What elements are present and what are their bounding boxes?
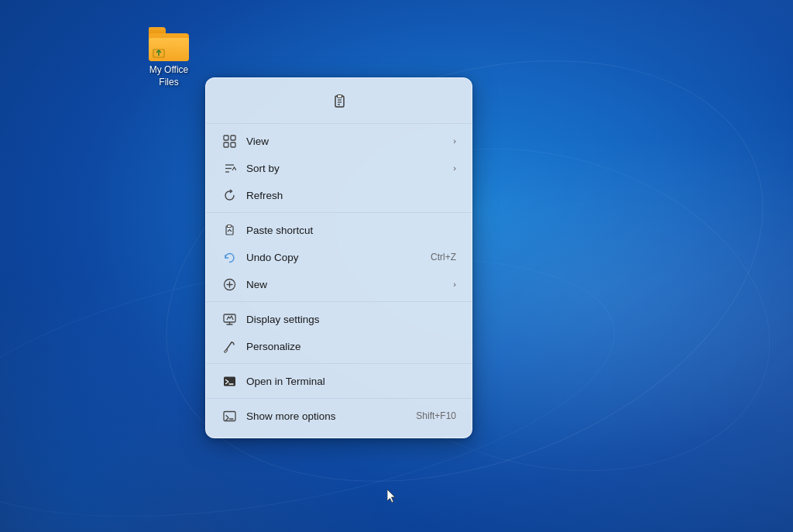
svg-rect-24 xyxy=(224,376,235,386)
new-icon xyxy=(221,276,237,292)
menu-section-3: Display settings Personalize xyxy=(206,302,472,364)
show-more-options-icon xyxy=(221,408,237,424)
svg-rect-23 xyxy=(224,349,227,352)
menu-item-sort-by[interactable]: Sort by › xyxy=(209,155,469,181)
context-menu-top-row xyxy=(206,83,472,124)
menu-item-display-settings[interactable]: Display settings xyxy=(209,306,469,332)
context-menu: View › Sort by › Refresh xyxy=(205,77,472,438)
new-chevron: › xyxy=(453,280,456,289)
menu-item-paste-shortcut[interactable]: Paste shortcut xyxy=(209,217,469,243)
desktop-icon-my-office-files[interactable]: My OfficeFiles xyxy=(138,27,200,88)
menu-item-refresh[interactable]: Refresh xyxy=(209,182,469,208)
menu-section-5: Show more options Shift+F10 xyxy=(206,399,472,433)
menu-item-show-more-options[interactable]: Show more options Shift+F10 xyxy=(209,403,469,429)
svg-rect-7 xyxy=(224,136,228,140)
sort-chevron: › xyxy=(453,163,456,173)
menu-section-2: Paste shortcut Undo Copy Ctrl+Z New › xyxy=(206,213,472,302)
menu-item-personalize[interactable]: Personalize xyxy=(209,333,469,359)
menu-item-new[interactable]: New › xyxy=(209,271,469,297)
paste-shortcut-icon xyxy=(221,222,237,238)
paste-shortcut-label: Paste shortcut xyxy=(246,225,456,236)
svg-rect-15 xyxy=(227,225,231,227)
personalize-icon xyxy=(221,338,237,354)
folder-label: My OfficeFiles xyxy=(149,64,188,88)
view-icon xyxy=(221,133,237,149)
paste-icon-button[interactable] xyxy=(325,88,353,115)
personalize-label: Personalize xyxy=(246,341,456,352)
menu-section-1: View › Sort by › Refresh xyxy=(206,124,472,213)
sort-icon xyxy=(221,160,237,176)
folder-icon xyxy=(149,27,189,61)
menu-item-terminal[interactable]: Open in Terminal xyxy=(209,368,469,394)
svg-rect-10 xyxy=(231,142,235,147)
display-settings-icon xyxy=(221,311,237,327)
svg-rect-26 xyxy=(224,411,235,420)
menu-section-4: Open in Terminal xyxy=(206,364,472,399)
svg-rect-9 xyxy=(224,142,228,147)
undo-copy-shortcut: Ctrl+Z xyxy=(431,252,456,263)
view-label: View xyxy=(246,136,447,147)
show-more-options-label: Show more options xyxy=(246,410,403,422)
show-more-options-shortcut: Shift+F10 xyxy=(416,410,456,421)
sort-by-label: Sort by xyxy=(246,163,447,174)
svg-rect-8 xyxy=(231,136,235,140)
undo-icon xyxy=(221,249,237,265)
svg-rect-3 xyxy=(337,95,342,98)
paste-icon xyxy=(331,94,347,109)
new-label: New xyxy=(246,279,447,290)
view-chevron: › xyxy=(453,136,456,146)
refresh-label: Refresh xyxy=(246,190,456,201)
refresh-icon xyxy=(221,187,237,203)
menu-item-undo-copy[interactable]: Undo Copy Ctrl+Z xyxy=(209,244,469,270)
undo-copy-label: Undo Copy xyxy=(246,252,418,263)
terminal-icon xyxy=(221,373,237,389)
display-settings-label: Display settings xyxy=(246,314,456,325)
menu-item-view[interactable]: View › xyxy=(209,128,469,154)
terminal-label: Open in Terminal xyxy=(246,376,456,387)
